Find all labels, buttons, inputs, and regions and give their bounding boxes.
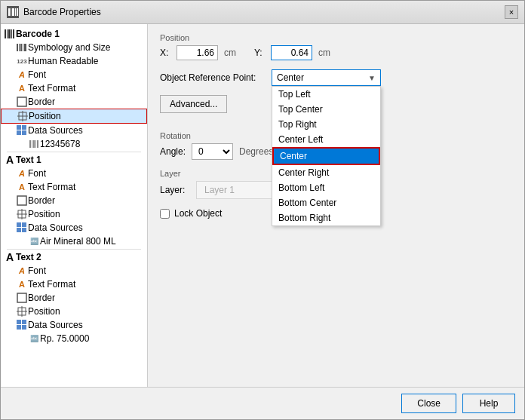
angle-select[interactable]: 0	[192, 143, 233, 160]
tree-item-position2[interactable]: Position	[1, 207, 147, 221]
x-input[interactable]	[177, 45, 218, 60]
separator2	[7, 249, 141, 250]
datasources3-icon	[16, 319, 28, 331]
reference-dropdown-menu: Top Left Top Center Top Right Center Lef…	[272, 86, 381, 226]
svg-rect-26	[35, 140, 36, 148]
textformat2-label: Text Format	[28, 182, 75, 192]
window-close-button[interactable]: ×	[505, 5, 518, 19]
svg-rect-36	[17, 293, 26, 302]
text1-label: Text 1	[16, 155, 41, 165]
symbology-label: Symbology and Size	[28, 42, 110, 53]
svg-rect-41	[22, 320, 26, 324]
font3-label: Font	[28, 265, 46, 276]
svg-rect-13	[23, 44, 23, 51]
tree-item-human[interactable]: 123 Human Readable	[1, 54, 147, 68]
text1-icon: A	[4, 154, 16, 166]
svg-rect-20	[22, 125, 26, 130]
svg-rect-27	[37, 140, 38, 148]
position-section: Position X: cm Y: cm	[160, 33, 512, 60]
lock-checkbox[interactable]	[160, 209, 170, 219]
barcode-icon	[4, 28, 16, 40]
dropdown-arrow-icon: ▼	[368, 74, 376, 82]
svg-rect-4	[17, 8, 18, 16]
airmineral-icon: 🔤	[28, 235, 40, 247]
tree-item-border1[interactable]: Border	[1, 95, 147, 109]
tree-item-textformat2[interactable]: A Text Format	[1, 180, 147, 194]
airmineral-label: Air Mineral 800 ML	[40, 236, 116, 247]
border2-label: Border	[28, 195, 55, 206]
tree-item-barcode1[interactable]: Barcode 1	[1, 27, 147, 41]
svg-rect-34	[17, 228, 21, 232]
datasources1-icon	[16, 124, 28, 136]
option-bottom-left[interactable]: Bottom Left	[272, 180, 380, 195]
human-icon: 123	[16, 55, 28, 67]
font2-icon: A	[16, 167, 28, 179]
position2-icon	[16, 208, 28, 220]
svg-rect-12	[20, 44, 22, 51]
option-center-right[interactable]: Center Right	[272, 165, 380, 180]
tree-item-airmineral[interactable]: 🔤 Air Mineral 800 ML	[1, 235, 147, 248]
option-top-left[interactable]: Top Left	[272, 87, 380, 102]
option-bottom-right[interactable]: Bottom Right	[272, 210, 380, 225]
position2-label: Position	[28, 209, 60, 219]
svg-rect-10	[17, 44, 18, 51]
svg-rect-35	[22, 228, 26, 232]
tree-item-textformat3[interactable]: A Text Format	[1, 277, 147, 291]
svg-rect-0	[8, 8, 10, 16]
font1-label: Font	[28, 69, 46, 80]
tree-item-datasources1[interactable]: Data Sources	[1, 124, 147, 137]
option-center-left[interactable]: Center Left	[272, 132, 380, 147]
degrees-label: Degrees	[239, 146, 273, 157]
window-title: Barcode Properties	[23, 7, 101, 17]
tree-item-datasources2[interactable]: Data Sources	[1, 221, 147, 235]
tree-item-border3[interactable]: Border	[1, 291, 147, 305]
tree-item-textformat1[interactable]: A Text Format	[1, 81, 147, 95]
tree-item-text2[interactable]: A Text 2	[1, 250, 147, 264]
y-label: Y:	[254, 48, 265, 58]
reference-dropdown-button[interactable]: Center ▼	[272, 69, 381, 86]
tree-item-position1[interactable]: Position	[1, 109, 147, 124]
datasources2-label: Data Sources	[28, 222, 83, 233]
tree-item-font3[interactable]: A Font	[1, 264, 147, 277]
option-center[interactable]: Center	[272, 147, 380, 165]
symbology-icon	[16, 41, 28, 54]
y-unit: cm	[318, 48, 333, 58]
svg-rect-22	[22, 130, 26, 135]
tree-item-datasources3[interactable]: Data Sources	[1, 318, 147, 332]
advanced-button[interactable]: Advanced...	[160, 95, 227, 113]
reference-label: Object Reference Point:	[160, 72, 266, 83]
border1-label: Border	[28, 97, 55, 107]
option-top-center[interactable]: Top Center	[272, 102, 380, 117]
textformat3-label: Text Format	[28, 279, 75, 290]
tree-item-rp[interactable]: 🔤 Rp. 75.0000	[1, 332, 147, 345]
help-button[interactable]: Help	[462, 394, 515, 413]
tree-item-font1[interactable]: A Font	[1, 68, 147, 81]
svg-rect-32	[17, 222, 21, 227]
font2-label: Font	[28, 168, 46, 179]
tree-item-font2[interactable]: A Font	[1, 167, 147, 180]
datavalue1-label: 12345678	[40, 139, 80, 149]
reference-selected-value: Center	[277, 72, 304, 83]
right-panel: Position X: cm Y: cm Object Reference Po…	[148, 24, 524, 387]
title-bar-left: Barcode Properties	[7, 6, 101, 18]
position3-label: Position	[28, 306, 60, 317]
close-button[interactable]: Close	[401, 394, 456, 413]
textformat1-icon: A	[16, 82, 28, 94]
svg-rect-19	[17, 125, 21, 130]
tree-item-symbology[interactable]: Symbology and Size	[1, 41, 147, 54]
tree-item-text1[interactable]: A Text 1	[1, 153, 147, 167]
option-top-right[interactable]: Top Right	[272, 117, 380, 132]
human-label: Human Readable	[28, 56, 98, 66]
option-bottom-center[interactable]: Bottom Center	[272, 195, 380, 210]
svg-rect-33	[22, 222, 26, 227]
tree-item-datavalue1[interactable]: 12345678	[1, 137, 147, 151]
svg-rect-5	[5, 29, 6, 38]
svg-rect-8	[11, 29, 12, 38]
svg-rect-42	[17, 325, 21, 330]
tree-item-border2[interactable]: Border	[1, 194, 147, 207]
svg-rect-15	[17, 97, 26, 106]
textformat2-icon: A	[16, 181, 28, 193]
svg-rect-43	[22, 325, 26, 330]
tree-item-position3[interactable]: Position	[1, 305, 147, 318]
y-input[interactable]	[271, 45, 312, 60]
